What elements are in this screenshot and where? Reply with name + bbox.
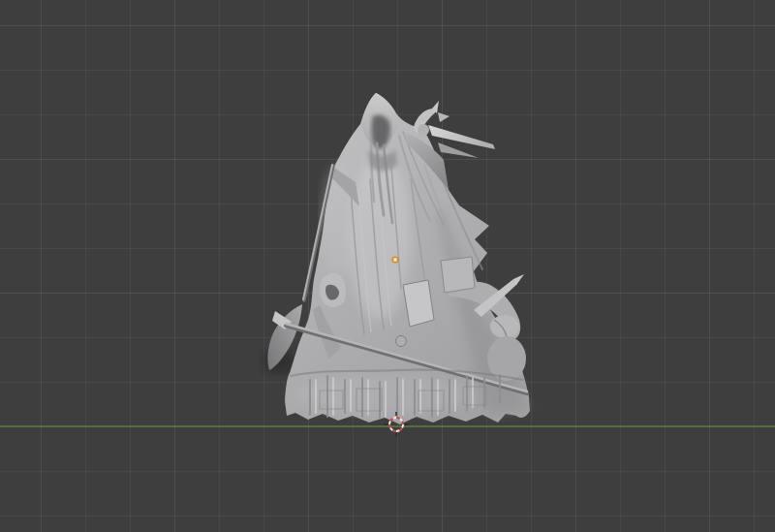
gauntlet bbox=[418, 124, 429, 136]
3d-viewport[interactable] bbox=[0, 0, 775, 532]
object-origin-dot bbox=[392, 257, 398, 263]
viewport-canvas[interactable] bbox=[0, 0, 775, 532]
